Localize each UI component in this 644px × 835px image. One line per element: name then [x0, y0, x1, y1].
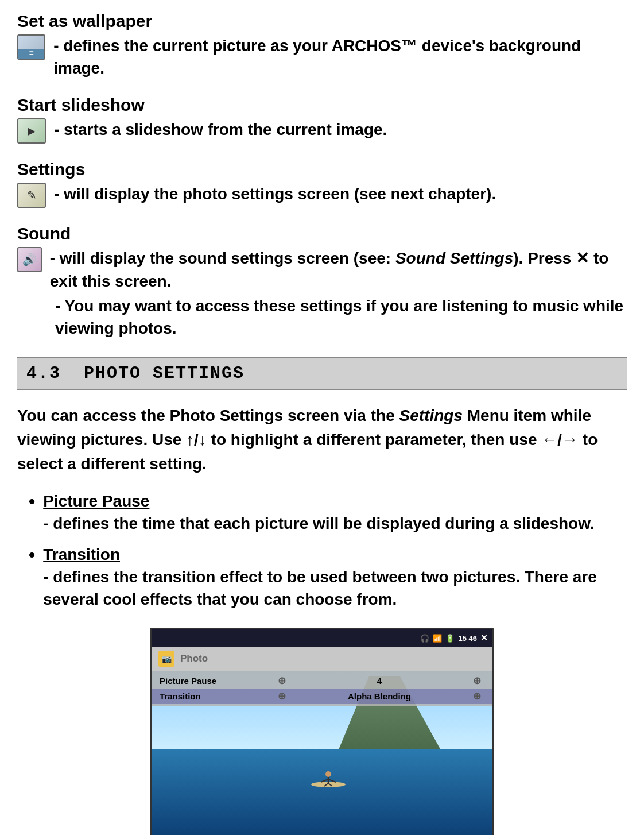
intro-paragraph: You can access the Photo Settings screen…: [17, 404, 627, 476]
picture-pause-label: Picture Pause: [160, 676, 274, 686]
down-arrow-1: ⊕: [473, 675, 481, 687]
transition-desc: - defines the transition effect to be us…: [43, 566, 627, 610]
headphone-icon: 🎧: [420, 634, 429, 643]
settings-icon: [17, 183, 46, 208]
sound-desc-block: - will display the sound settings screen…: [50, 247, 627, 292]
signal-icon: 📶: [433, 634, 442, 643]
surfer-figure: [308, 760, 348, 789]
sound-section: Sound - will display the sound settings …: [17, 224, 627, 339]
slideshow-row: - starts a slideshow from the current im…: [17, 118, 627, 144]
slideshow-desc: - starts a slideshow from the current im…: [54, 118, 387, 141]
settings-row: - will display the photo settings screen…: [17, 183, 627, 208]
close-icon: ✕: [480, 633, 488, 643]
svg-point-2: [325, 771, 331, 777]
bullet-transition: • Transition - defines the transition ef…: [29, 543, 627, 611]
device-screenshot: 🎧 📶 🔋 15 46 ✕ 📷 Photo: [150, 628, 494, 835]
transition-row: Transition ⊕ Alpha Blending ⊕: [152, 689, 492, 704]
photo-header: 📷 Photo: [152, 647, 492, 671]
transition-label: Transition: [160, 691, 274, 701]
wallpaper-desc: - defines the current picture as your AR…: [53, 34, 627, 79]
picture-pause-title: Picture Pause: [43, 490, 595, 512]
battery-icon: 🔋: [445, 634, 455, 643]
bullet-dot-1: •: [29, 489, 35, 515]
photo-label: Photo: [180, 653, 208, 664]
bullet-dot-2: •: [29, 542, 35, 568]
wallpaper-title: Set as wallpaper: [17, 11, 627, 31]
picture-pause-desc: - defines the time that each picture wil…: [43, 512, 595, 535]
wallpaper-row: - defines the current picture as your AR…: [17, 34, 627, 79]
sound-desc1: - will display the sound settings screen…: [50, 249, 609, 289]
status-bar: 🎧 📶 🔋 15 46 ✕: [152, 629, 492, 647]
sound-title: Sound: [17, 224, 627, 243]
slideshow-title: Start slideshow: [17, 95, 627, 115]
slideshow-icon: [17, 118, 46, 144]
up-arrow-2: ⊕: [278, 690, 286, 702]
bullet-list: • Picture Pause - defines the time that …: [29, 490, 627, 610]
bullet-picture-pause: • Picture Pause - defines the time that …: [29, 490, 627, 535]
photo-icon: 📷: [158, 651, 174, 667]
down-arrow-2: ⊕: [473, 690, 481, 702]
settings-overlay: Picture Pause ⊕ 4 ⊕ Transition ⊕ Alpha B…: [152, 671, 492, 706]
settings-title: Settings: [17, 160, 627, 179]
settings-desc: - will display the photo settings screen…: [54, 183, 496, 205]
picture-pause-row: Picture Pause ⊕ 4 ⊕: [152, 673, 492, 689]
transition-title: Transition: [43, 543, 627, 566]
settings-section: Settings - will display the photo settin…: [17, 160, 627, 208]
picture-pause-value: 4: [289, 676, 470, 686]
transition-value: Alpha Blending: [289, 691, 470, 701]
status-time: 15 46: [458, 634, 477, 643]
bullet-content-1: Picture Pause - defines the time that ea…: [43, 490, 595, 535]
slideshow-section: Start slideshow - starts a slideshow fro…: [17, 95, 627, 144]
bullet-content-2: Transition - defines the transition effe…: [43, 543, 627, 611]
chapter-divider: 4.3 PHOTO SETTINGS: [17, 357, 627, 390]
ocean-background: 📷 Photo Picture Pause ⊕ 4 ⊕ Transition ⊕…: [152, 647, 492, 835]
wallpaper-icon: [17, 34, 45, 60]
up-arrow-1: ⊕: [278, 675, 286, 687]
wallpaper-section: Set as wallpaper - defines the current p…: [17, 11, 627, 79]
sound-row: - will display the sound settings screen…: [17, 247, 627, 292]
chapter-title: 4.3 PHOTO SETTINGS: [26, 364, 245, 383]
sound-icon: [17, 247, 42, 272]
sound-desc2: - You may want to access these settings …: [55, 295, 627, 339]
screenshot-container: 🎧 📶 🔋 15 46 ✕ 📷 Photo: [17, 628, 627, 835]
